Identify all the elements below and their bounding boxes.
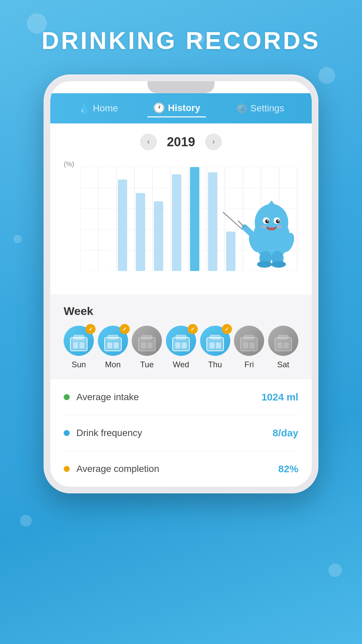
stat-row-average-intake: Average intake 1024 ml	[64, 379, 298, 415]
day-sun-label: Sun	[72, 360, 86, 369]
svg-rect-72	[107, 342, 112, 348]
svg-rect-17	[172, 174, 181, 271]
day-sun-check: ✓	[85, 324, 96, 334]
page-title: DRINKING RECORDS	[42, 27, 320, 54]
svg-rect-71	[105, 337, 121, 351]
stat-left-average-intake: Average intake	[64, 392, 139, 402]
day-fri-icon	[234, 326, 264, 356]
svg-point-57	[277, 225, 282, 228]
nav-settings[interactable]: ⚙️ Settings	[230, 100, 290, 117]
next-year-button[interactable]: ›	[205, 133, 222, 150]
stat-dot-average-intake	[64, 394, 70, 400]
settings-icon: ⚙️	[235, 103, 248, 114]
day-wed-icon-wrap: ✓	[166, 326, 196, 356]
day-fri: Fri	[234, 326, 264, 369]
day-thu-label: Thu	[208, 360, 222, 369]
week-section: Week ✓	[50, 294, 312, 379]
day-thu-icon-wrap: ✓	[200, 326, 230, 356]
day-sun: ✓ Sun	[64, 326, 94, 369]
svg-rect-20	[208, 172, 218, 271]
svg-rect-15	[136, 193, 145, 271]
svg-rect-67	[73, 342, 78, 348]
day-tue-icon	[132, 326, 162, 356]
day-tue-icon-wrap	[132, 326, 162, 356]
svg-rect-21	[226, 231, 236, 271]
svg-rect-76	[141, 342, 146, 348]
mascot	[238, 194, 305, 268]
content-area: ‹ 2019 › (%) 100 80 60	[50, 123, 312, 294]
nav-home-label: Home	[93, 103, 118, 114]
svg-rect-85	[216, 342, 221, 348]
svg-rect-93	[284, 342, 289, 348]
year-selector: ‹ 2019 ›	[64, 133, 298, 150]
svg-rect-73	[114, 342, 119, 348]
nav-settings-label: Settings	[250, 103, 284, 114]
svg-rect-14	[118, 179, 127, 271]
svg-rect-70	[74, 335, 84, 339]
day-thu-check: ✓	[222, 324, 232, 334]
svg-rect-74	[108, 335, 118, 339]
svg-point-51	[265, 219, 269, 223]
year-display: 2019	[167, 135, 195, 149]
svg-rect-94	[278, 335, 288, 339]
day-mon-label: Mon	[105, 360, 121, 369]
day-wed-check: ✓	[188, 324, 198, 334]
day-mon-icon-wrap: ✓	[98, 326, 128, 356]
week-title: Week	[64, 305, 298, 318]
chart-container: (%) 100 80 60 40 20 0	[64, 160, 298, 281]
week-days: ✓ Sun	[64, 326, 298, 369]
prev-year-button[interactable]: ‹	[140, 133, 157, 150]
day-sun-icon-wrap: ✓	[64, 326, 94, 356]
day-wed-label: Wed	[173, 360, 189, 369]
nav-bar: 💧 Home 🕐 History ⚙️ Settings	[50, 93, 312, 123]
stat-dot-average-completion	[64, 466, 70, 472]
svg-rect-92	[278, 342, 283, 348]
svg-rect-89	[250, 342, 255, 348]
svg-rect-16	[154, 201, 163, 271]
day-sat: Sat	[268, 326, 298, 369]
stat-left-drink-frequency: Drink frequency	[64, 428, 142, 438]
svg-rect-78	[142, 335, 152, 339]
svg-point-52	[276, 219, 280, 223]
svg-point-53	[267, 220, 268, 221]
day-sat-label: Sat	[277, 360, 289, 369]
svg-rect-80	[175, 342, 180, 348]
day-tue-label: Tue	[140, 360, 154, 369]
stat-row-average-completion: Average completion 82%	[64, 451, 298, 487]
stat-value-average-intake: 1024 ml	[261, 391, 298, 403]
nav-home[interactable]: 💧 Home	[72, 100, 123, 117]
stats-section: Average intake 1024 ml Drink frequency 8…	[50, 379, 312, 487]
day-wed: ✓ Wed	[166, 326, 196, 369]
svg-point-55	[267, 227, 276, 230]
day-sat-icon-wrap	[268, 326, 298, 356]
day-fri-label: Fri	[244, 360, 254, 369]
svg-rect-79	[173, 337, 189, 351]
nav-history[interactable]: 🕐 History	[147, 99, 205, 117]
svg-rect-18	[190, 167, 199, 271]
svg-point-56	[261, 225, 266, 228]
stat-dot-drink-frequency	[64, 430, 70, 436]
chart-y-label: (%)	[64, 160, 74, 168]
svg-rect-87	[241, 337, 257, 351]
svg-rect-68	[79, 342, 84, 348]
day-tue: Tue	[132, 326, 162, 369]
stat-label-average-intake: Average intake	[76, 392, 139, 402]
day-thu: ✓ Thu	[200, 326, 230, 369]
svg-point-54	[278, 220, 279, 221]
history-icon: 🕐	[153, 102, 165, 114]
stat-left-average-completion: Average completion	[64, 464, 159, 474]
svg-rect-77	[147, 342, 153, 348]
svg-rect-91	[275, 337, 292, 351]
svg-rect-81	[182, 342, 187, 348]
stat-row-drink-frequency: Drink frequency 8/day	[64, 415, 298, 451]
svg-rect-75	[138, 337, 155, 351]
stat-value-average-completion: 82%	[278, 463, 298, 475]
svg-rect-84	[209, 342, 215, 348]
stat-label-average-completion: Average completion	[76, 464, 159, 474]
svg-point-65	[271, 261, 286, 268]
nav-history-label: History	[168, 103, 200, 113]
stat-value-drink-frequency: 8/day	[273, 427, 298, 439]
home-icon: 💧	[78, 103, 90, 114]
day-sat-icon	[268, 326, 298, 356]
svg-point-64	[257, 261, 272, 268]
